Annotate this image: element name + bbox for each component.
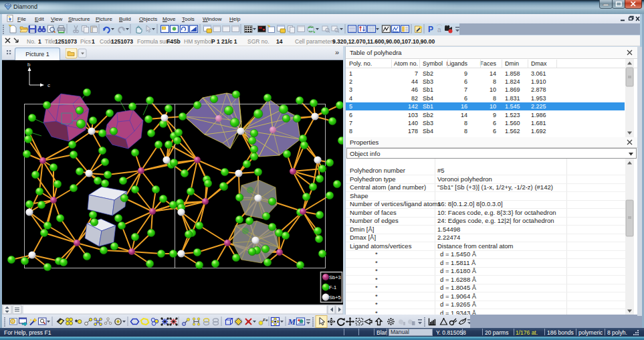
svg-text:Sb+3: Sb+3 [329,274,341,280]
svg-text:b: b [27,62,31,68]
svg-text:Sb+5: Sb+5 [329,294,341,301]
svg-text:M: M [288,317,296,327]
svg-text:F-1: F-1 [329,284,336,290]
svg-text:c: c [47,82,50,88]
svg-text:a: a [437,26,441,33]
svg-text:Fe: Fe [263,318,269,322]
svg-text:P: P [428,25,433,34]
